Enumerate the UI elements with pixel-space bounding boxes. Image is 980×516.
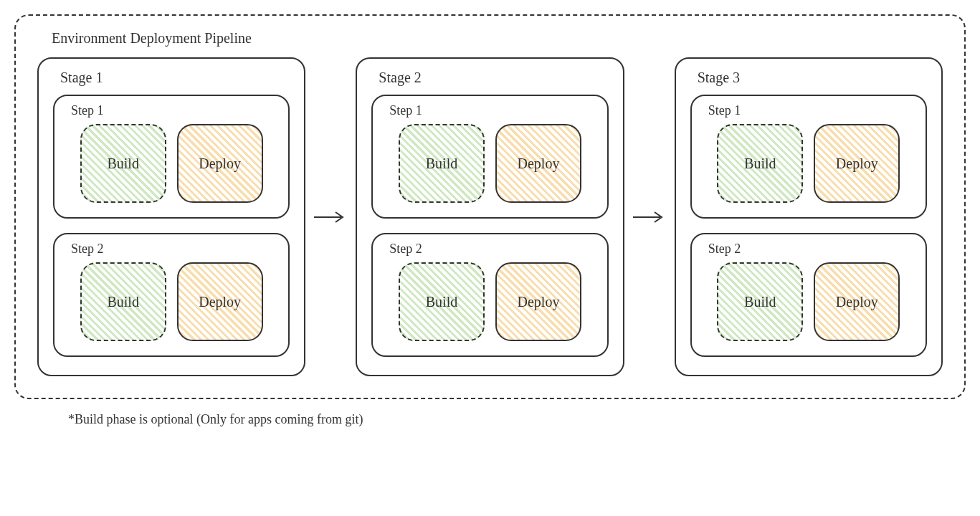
phase-row: Build Deploy xyxy=(703,124,915,203)
phase-row: Build Deploy xyxy=(384,262,596,341)
build-label: Build xyxy=(426,294,457,310)
deploy-phase: Deploy xyxy=(495,262,581,341)
deploy-label: Deploy xyxy=(199,156,241,172)
phase-row: Build Deploy xyxy=(384,124,596,203)
build-phase: Build xyxy=(717,124,803,203)
deploy-label: Deploy xyxy=(836,156,878,172)
stage-title: Stage 2 xyxy=(379,70,608,86)
stage-title: Stage 1 xyxy=(60,70,290,86)
stage-title: Stage 3 xyxy=(698,70,927,86)
build-phase: Build xyxy=(399,262,485,341)
stages-row: Stage 1 Step 1 Build Deploy Step 2 Build… xyxy=(37,57,943,376)
build-phase: Build xyxy=(80,262,166,341)
pipeline-container: Environment Deployment Pipeline Stage 1 … xyxy=(14,14,966,399)
step-title: Step 2 xyxy=(708,242,915,257)
step-title: Step 1 xyxy=(708,103,915,118)
deploy-phase: Deploy xyxy=(177,262,263,341)
deploy-label: Deploy xyxy=(518,156,560,172)
pipeline-title: Environment Deployment Pipeline xyxy=(52,30,943,47)
stage-box-3: Stage 3 Step 1 Build Deploy Step 2 Build… xyxy=(675,57,943,376)
build-phase: Build xyxy=(80,124,166,203)
deploy-phase: Deploy xyxy=(495,124,581,203)
step-box: Step 1 Build Deploy xyxy=(371,95,608,219)
step-box: Step 2 Build Deploy xyxy=(371,233,608,357)
build-phase: Build xyxy=(717,262,803,341)
step-title: Step 1 xyxy=(389,103,596,118)
step-box: Step 2 Build Deploy xyxy=(53,233,290,357)
step-title: Step 1 xyxy=(71,103,277,118)
build-label: Build xyxy=(744,294,776,310)
step-title: Step 2 xyxy=(389,242,596,257)
phase-row: Build Deploy xyxy=(65,124,277,203)
build-label: Build xyxy=(107,294,138,310)
step-title: Step 2 xyxy=(71,242,277,257)
build-label: Build xyxy=(107,156,138,172)
deploy-phase: Deploy xyxy=(177,124,263,203)
phase-row: Build Deploy xyxy=(703,262,915,341)
build-label: Build xyxy=(426,156,457,172)
arrow-icon xyxy=(632,210,667,224)
deploy-label: Deploy xyxy=(836,294,878,310)
step-box: Step 1 Build Deploy xyxy=(53,95,290,219)
arrow-icon xyxy=(313,210,348,224)
deploy-phase: Deploy xyxy=(814,124,900,203)
deploy-phase: Deploy xyxy=(814,262,900,341)
deploy-label: Deploy xyxy=(199,294,241,310)
phase-row: Build Deploy xyxy=(65,262,277,341)
deploy-label: Deploy xyxy=(518,294,560,310)
stage-box-2: Stage 2 Step 1 Build Deploy Step 2 Build… xyxy=(356,57,624,376)
step-box: Step 2 Build Deploy xyxy=(690,233,927,357)
step-box: Step 1 Build Deploy xyxy=(690,95,927,219)
build-label: Build xyxy=(744,156,776,172)
build-phase: Build xyxy=(399,124,485,203)
stage-box-1: Stage 1 Step 1 Build Deploy Step 2 Build… xyxy=(37,57,305,376)
footnote: *Build phase is optional (Only for apps … xyxy=(68,412,966,427)
